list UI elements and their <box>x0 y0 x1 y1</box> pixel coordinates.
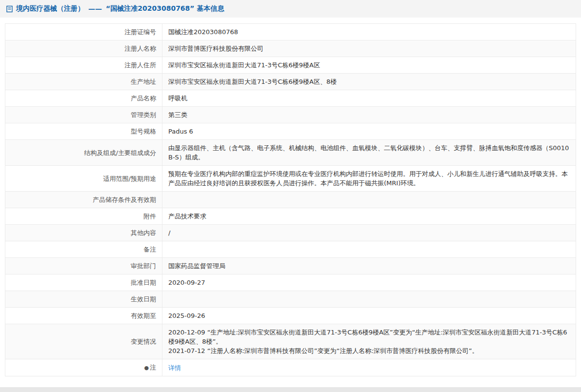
row-value: 由显示器组件、主机（含气路、电子系统、机械结构、电池组件、血氧模块、二氧化碳模块… <box>162 140 576 166</box>
page-title-main: “国械注准20203080768” 基本信息 <box>106 4 224 13</box>
table-row-structure-composition: 结构及组成/主要组成成分 由显示器组件、主机（含气路、电子系统、机械结构、电池组… <box>5 140 576 166</box>
row-label: 审批部门 <box>5 258 162 274</box>
row-label: 生效日期 <box>5 291 162 308</box>
detail-link[interactable]: 详情 <box>168 364 181 372</box>
row-value: 第三类 <box>162 107 576 123</box>
row-value: 产品技术要求 <box>162 208 576 225</box>
registration-info-table-wrap: 注册证编号 国械注准20203080768 注册人名称 深圳市普博医疗科技股份有… <box>5 23 576 376</box>
table-row-other-content: 其他内容 / <box>5 225 576 241</box>
row-label: 备注 <box>5 241 162 258</box>
table-row-note: ●注 详情 <box>5 359 576 376</box>
row-value: 深圳市普博医疗科技股份有限公司 <box>162 40 576 57</box>
row-value: 详情 <box>162 359 576 376</box>
table-row-management-category: 管理类别 第三类 <box>5 107 576 123</box>
row-value: Padus 6 <box>162 123 576 140</box>
page-title-section: 境内医疗器械（注册） <box>16 4 84 13</box>
document-icon <box>6 5 13 13</box>
page-title-dash: —— <box>88 5 102 13</box>
row-label: 产品储存条件及有效期 <box>5 192 162 208</box>
page-header: 境内医疗器械（注册） —— “国械注准20203080768” 基本信息 <box>0 0 581 18</box>
row-value: 深圳市宝安区福永街道新田大道71-3号C栋6楼9楼A区 <box>162 57 576 74</box>
row-value: 深圳市宝安区福永街道新田大道71-3号C栋6楼9楼A区、8楼 <box>162 74 576 90</box>
row-value: 呼吸机 <box>162 90 576 107</box>
table-row-attachment: 附件 产品技术要求 <box>5 208 576 225</box>
row-label: 适用范围/预期用途 <box>5 166 162 192</box>
table-row-valid-until: 有效期至 2025-09-26 <box>5 308 576 324</box>
row-value: 2025-09-26 <box>162 308 576 324</box>
table-row-registration-number: 注册证编号 国械注准20203080768 <box>5 24 576 40</box>
row-value: 国械注准20203080768 <box>162 24 576 40</box>
note-label: 注 <box>150 364 156 371</box>
table-row-approval-date: 批准日期 2020-09-27 <box>5 274 576 291</box>
table-row-intended-use: 适用范围/预期用途 预期在专业医疗机构内部的重症监护环境使用或在专业医疗机构内部… <box>5 166 576 192</box>
row-value: 2020-09-27 <box>162 274 576 291</box>
table-row-effective-date: 生效日期 <box>5 291 576 308</box>
row-value <box>162 192 576 208</box>
row-label: 变更情况 <box>5 324 162 359</box>
table-row-product-name: 产品名称 呼吸机 <box>5 90 576 107</box>
row-value: 2020-12-09 “生产地址:深圳市宝安区福永街道新田大道71-3号C栋6楼… <box>162 324 576 359</box>
row-value: 国家药品监督管理局 <box>162 258 576 274</box>
row-label: 批准日期 <box>5 274 162 291</box>
row-value <box>162 241 576 258</box>
table-row-model-spec: 型号规格 Padus 6 <box>5 123 576 140</box>
row-label: 注册人住所 <box>5 57 162 74</box>
row-label: 结构及组成/主要组成成分 <box>5 140 162 166</box>
page: 境内医疗器械（注册） —— “国械注准20203080768” 基本信息 注册证… <box>0 0 581 387</box>
row-label: ●注 <box>5 359 162 376</box>
row-label: 生产地址 <box>5 74 162 90</box>
table-row-remarks: 备注 <box>5 241 576 258</box>
page-title: 境内医疗器械（注册） —— “国械注准20203080768” 基本信息 <box>16 4 224 13</box>
table-row-production-address: 生产地址 深圳市宝安区福永街道新田大道71-3号C栋6楼9楼A区、8楼 <box>5 74 576 90</box>
table-row-registrant-name: 注册人名称 深圳市普博医疗科技股份有限公司 <box>5 40 576 57</box>
table-row-registrant-address: 注册人住所 深圳市宝安区福永街道新田大道71-3号C栋6楼9楼A区 <box>5 57 576 74</box>
row-value: 预期在专业医疗机构内部的重症监护环境使用或在专业医疗机构内部进行转运时使用。用于… <box>162 166 576 192</box>
registration-info-table: 注册证编号 国械注准20203080768 注册人名称 深圳市普博医疗科技股份有… <box>5 23 576 376</box>
row-value <box>162 291 576 308</box>
table-row-storage-conditions: 产品储存条件及有效期 <box>5 192 576 208</box>
table-row-change-history: 变更情况 2020-12-09 “生产地址:深圳市宝安区福永街道新田大道71-3… <box>5 324 576 359</box>
row-label: 注册人名称 <box>5 40 162 57</box>
row-label: 注册证编号 <box>5 24 162 40</box>
row-label: 产品名称 <box>5 90 162 107</box>
row-label: 管理类别 <box>5 107 162 123</box>
row-label: 其他内容 <box>5 225 162 241</box>
row-label: 附件 <box>5 208 162 225</box>
row-value: / <box>162 225 576 241</box>
row-label: 有效期至 <box>5 308 162 324</box>
row-label: 型号规格 <box>5 123 162 140</box>
table-row-approval-department: 审批部门 国家药品监督管理局 <box>5 258 576 274</box>
note-dot-icon: ● <box>144 363 149 372</box>
